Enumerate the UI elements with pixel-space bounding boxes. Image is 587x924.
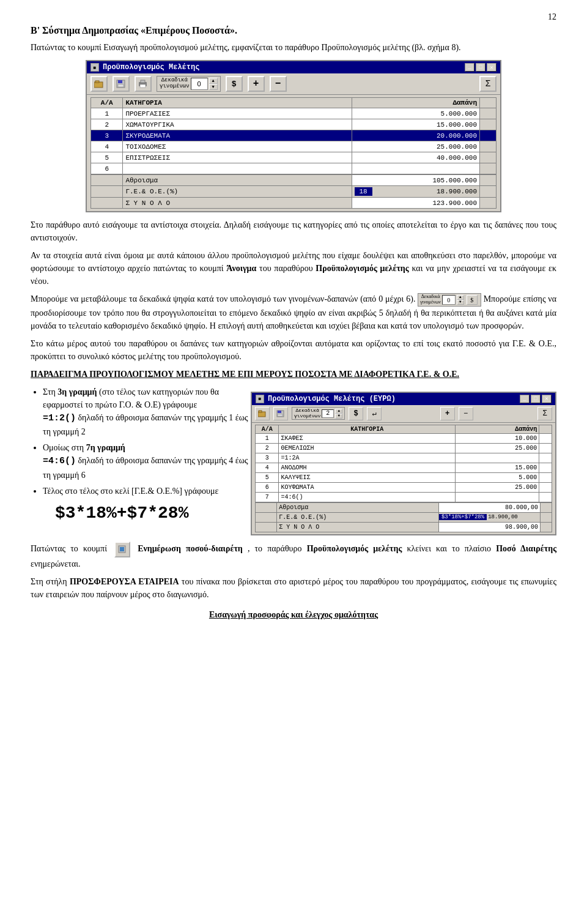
win2-close[interactable]: ✕ [542,395,552,403]
w2-ge-cell: $3*18%+$7*28% 18.900,00 [438,512,540,522]
remove-row-button[interactable]: − [270,76,287,92]
row-cost[interactable] [352,163,480,174]
save-button[interactable] [113,76,130,92]
table-row[interactable]: 5 ΚΑΛΥΨΕΙΣ 5.000 [256,472,552,482]
footer-label-1: Αθροισμα [123,175,352,186]
minimize-button[interactable]: _ [465,63,474,72]
row-category[interactable]: ΣΚΥΡΟΔΕΜΑΤΑ [123,130,352,141]
w2-row-category[interactable]: ΚΑΛΥΨΕΙΣ [279,472,456,482]
w2-row-cost[interactable]: 15.000 [455,463,539,472]
w2-row-aa: 6 [256,482,279,492]
close-button[interactable]: ✕ [487,63,497,72]
w2-plus-btn[interactable]: + [440,407,455,420]
w2-arrow-btn[interactable]: ↵ [367,407,382,420]
w2-row-cost[interactable]: 10.000 [455,433,539,443]
w2-row-cost[interactable] [455,492,539,502]
table-row[interactable]: 4 ΤΟΙΧΟΔΟΜΕΣ 25.000.000 [91,141,497,152]
row-category[interactable]: ΕΠΙΣΤΡΩΣΕΙΣ [123,152,352,163]
footer-percent-cell[interactable]: 18 18.900.000 [352,186,480,198]
row-cost[interactable]: 40.000.000 [352,152,480,163]
w2-row-category[interactable]: ΑΝΟΔΟΜΗ [279,463,456,472]
open-file-button[interactable] [90,76,108,92]
w2-save-btn[interactable] [273,407,288,420]
w2-row-category[interactable]: =4:6() [279,492,456,502]
w2-row-aa: 7 [256,492,279,502]
svg-rect-9 [259,411,262,412]
svg-rect-6 [141,80,145,83]
w2-row-scroll [539,433,552,443]
w2-open-btn[interactable] [255,407,270,420]
w2-ge-formula: $3*18%+$7*28% [439,514,487,520]
svg-rect-3 [118,80,122,83]
table-row[interactable]: 4 ΑΝΟΔΟΜΗ 15.000 [256,463,552,472]
print-button[interactable] [135,76,152,92]
w2-row-cost[interactable]: 25.000 [455,443,539,453]
col-header-cost: Δαπάνη [352,98,480,108]
row-category[interactable]: ΠΡΟΕΡΓΑΣΙΕΣ [123,108,352,119]
w2-row-category[interactable]: ΚΟΥΦΩΜΑΤΑ [279,482,456,492]
decimal-down[interactable]: ▼ [209,84,218,90]
row-cost[interactable]: 15.000.000 [352,119,480,130]
window1-container: ■ Προϋπολογισμός Μελέτης _ □ ✕ Δεκαδικάγ… [86,60,501,212]
decimal-input[interactable] [191,78,208,90]
w2-minus-btn[interactable]: − [459,407,473,420]
w2-row-category[interactable]: ΣΚΑΦΕΣ [279,433,456,443]
row-scroll [480,130,497,141]
row-category[interactable]: ΧΩΜΑΤΟΥΡΓΙΚΑ [123,119,352,130]
dollar-inline-btn[interactable]: $ [467,295,478,305]
row-cost[interactable]: 20.000.000 [352,130,480,141]
maximize-button[interactable]: □ [476,63,485,72]
table-row[interactable]: 2 ΧΩΜΑΤΟΥΡΓΙΚΑ 15.000.000 [91,119,497,130]
w2-spin-up[interactable]: ▲ [335,409,342,414]
table-row[interactable]: 3 =1:2Α [256,453,552,463]
window2-controls[interactable]: _ □ ✕ [520,395,552,403]
budget-footer: Αθροισμα 105.000.000 Γ.Ε.& Ο.Ε.(%) 18 18… [90,174,497,209]
window1-title-text: Προϋπολογισμός Μελέτης [103,63,199,72]
w2-row-cost[interactable] [455,453,539,463]
window1-title-section: ■ Προϋπολογισμός Μελέτης [90,63,199,72]
window1-title-icon: ■ [90,63,99,72]
row-scroll [480,163,497,174]
table-row[interactable]: 3 ΣΚΥΡΟΔΕΜΑΤΑ 20.000.000 [91,130,497,141]
w2-decimal-val[interactable]: 2 [322,409,334,418]
w2-row-aa: 1 [256,433,279,443]
table-row[interactable]: 6 [91,163,497,174]
w2-footer-val-3: 98.900,00 [438,522,540,532]
table-row[interactable]: 5 ΕΠΙΣΤΡΩΣΕΙΣ 40.000.000 [91,152,497,163]
w2-dollar-btn[interactable]: $ [349,407,363,420]
table-row[interactable]: 1 ΠΡΟΕΡΓΑΣΙΕΣ 5.000.000 [91,108,497,119]
row-cost[interactable]: 25.000.000 [352,141,480,152]
table-row[interactable]: 6 ΚΟΥΦΩΜΑΤΑ 25.000 [256,482,552,492]
para-6: Πατώντας το κουμπί Ενημέρωση ποσού-διαιρ… [31,542,556,570]
decimal-spinners[interactable]: ▲ ▼ [209,78,218,90]
update-button-icon[interactable] [114,542,130,557]
w2-col-aa: Α/Α [256,425,279,433]
col-scrollbar [480,98,497,108]
window2-title-bar: ■ Προϋπολογισμός Μελέτης (ΕΥΡΩ) _ □ ✕ [252,393,555,405]
section-heading: Εισαγωγή προσφοράς και έλεγχος ομαλότητα… [31,610,556,620]
win2-maximize[interactable]: □ [531,395,541,403]
w2-row-cost[interactable]: 5.000 [455,472,539,482]
w2-row-category[interactable]: ΘΕΜΕΛΙΩΣΗ [279,443,456,453]
add-row-button[interactable]: + [248,76,265,92]
decimal-up[interactable]: ▲ [209,78,218,84]
currency-button[interactable]: $ [226,76,243,92]
window1-title-bar: ■ Προϋπολογισμός Μελέτης _ □ ✕ [87,61,500,73]
window1-controls[interactable]: _ □ ✕ [465,63,497,72]
w2-row-category[interactable]: =1:2Α [279,453,456,463]
para-7: Στη στήλη ΠΡΟΣΦΕΡΟΥΣΑ ΕΤΑΙΡΕΙΑ του πίνακ… [31,575,556,601]
table-row[interactable]: 7 =4:6() [256,492,552,502]
sigma-button[interactable]: Σ [479,76,497,92]
svg-rect-1 [95,81,99,83]
w2-sigma-btn[interactable]: Σ [537,407,552,420]
table-row[interactable]: 1 ΣΚΑΦΕΣ 10.000 [256,433,552,443]
w2-row-cost[interactable]: 25.000 [455,482,539,492]
w2-spin-down[interactable]: ▼ [335,414,342,419]
row-cost[interactable]: 5.000.000 [352,108,480,119]
win2-minimize[interactable]: _ [520,395,530,403]
row-category[interactable] [123,163,352,174]
row-category[interactable]: ΤΟΙΧΟΔΟΜΕΣ [123,141,352,152]
para-6-bold1: Ενημέρωση ποσού-διαιρέτη [138,544,243,553]
w2-row-scroll [539,492,552,502]
table-row[interactable]: 2 ΘΕΜΕΛΙΩΣΗ 25.000 [256,443,552,453]
